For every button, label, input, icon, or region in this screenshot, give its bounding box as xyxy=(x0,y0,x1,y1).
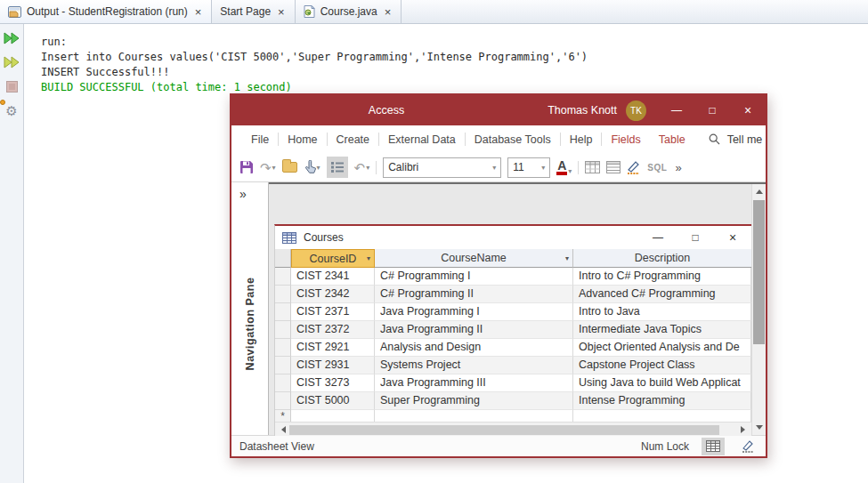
table-row: CIST 2341 C# Programming I Intro to C# P… xyxy=(275,268,751,286)
toolbar-overflow-icon[interactable]: » xyxy=(675,161,681,174)
font-name-select[interactable]: Calibri▾ xyxy=(383,157,501,178)
tell-me-box[interactable]: Tell me xyxy=(709,133,763,146)
select-all-cell[interactable] xyxy=(275,249,291,268)
cell-description[interactable]: Advanced C# Programming xyxy=(573,286,751,303)
close-button[interactable]: × xyxy=(730,95,766,125)
cell-courseid[interactable]: CIST 2931 xyxy=(291,357,375,374)
tab-start-page[interactable]: Start Page × xyxy=(212,0,295,23)
row-selector[interactable] xyxy=(275,357,291,374)
access-title-bar[interactable]: Access Thomas Knott TK — □ × xyxy=(231,95,766,125)
table-row: CIST 2371 Java Programming I Intro to Ja… xyxy=(275,303,751,321)
hscroll-thumb[interactable] xyxy=(289,425,719,435)
cell-courseid[interactable]: CIST 5000 xyxy=(291,392,375,410)
ribbon-tab-database-tools[interactable]: Database Tools xyxy=(466,125,560,153)
design-view-icon[interactable] xyxy=(627,161,641,174)
cell-coursename[interactable]: C# Programming I xyxy=(375,268,573,286)
filter-caret-icon[interactable]: ▾ xyxy=(565,254,569,262)
tab-output[interactable]: Output - StudentRegistration (run) × xyxy=(0,0,212,23)
cell-description[interactable]: Object Oriented Analysis and De xyxy=(573,339,751,357)
settings-icon[interactable]: ⚙ xyxy=(3,101,20,119)
datasheet-grid-icon[interactable] xyxy=(585,161,600,173)
close-button[interactable]: × xyxy=(714,230,751,245)
vertical-scrollbar[interactable] xyxy=(751,184,766,435)
row-selector[interactable] xyxy=(275,268,291,286)
table-row: CIST 2372 Java Programming II Intermedia… xyxy=(275,321,751,339)
close-icon[interactable]: × xyxy=(276,6,287,18)
vscroll-thumb[interactable] xyxy=(753,200,765,344)
ribbon-tab-file[interactable]: File xyxy=(242,125,278,153)
stop-icon[interactable] xyxy=(3,77,20,95)
font-size-select[interactable]: 11▾ xyxy=(507,157,550,178)
cell-coursename[interactable]: Java Programming I xyxy=(375,303,573,321)
cell-description[interactable]: Intro to C# Programming xyxy=(573,268,751,286)
column-header-coursename[interactable]: CourseName ▾ xyxy=(375,249,573,268)
column-header-description[interactable]: Description xyxy=(573,249,751,268)
cell-courseid[interactable]: CIST 2341 xyxy=(291,268,375,286)
table-row: CIST 2342 C# Programming II Advanced C# … xyxy=(275,286,751,303)
datasheet-view-button[interactable] xyxy=(702,438,725,455)
maximize-button[interactable]: □ xyxy=(694,95,730,125)
row-selector[interactable] xyxy=(275,374,291,392)
ribbon-tab-help[interactable]: Help xyxy=(561,125,602,153)
close-icon[interactable]: × xyxy=(383,6,393,18)
row-grid-icon[interactable] xyxy=(606,161,621,173)
ribbon-tab-table[interactable]: Table xyxy=(650,125,694,153)
cell-coursename[interactable]: Systems Project xyxy=(375,357,573,374)
cell-courseid[interactable]: CIST 3273 xyxy=(291,374,375,392)
minimize-button[interactable]: — xyxy=(659,95,694,125)
user-name[interactable]: Thomas Knott xyxy=(548,104,617,117)
ribbon-tab-create[interactable]: Create xyxy=(328,125,379,153)
cell-coursename[interactable]: C# Programming II xyxy=(375,286,573,303)
rerun-icon[interactable] xyxy=(3,29,20,47)
header-row: CourseID ▾ CourseName ▾ Description xyxy=(275,249,751,268)
expand-nav-pane-icon[interactable]: » xyxy=(239,187,247,201)
maximize-button[interactable]: □ xyxy=(677,231,714,244)
avatar[interactable]: TK xyxy=(626,101,646,121)
font-color-icon[interactable]: A▾ xyxy=(556,160,572,175)
num-lock-indicator: Num Lock xyxy=(641,440,689,453)
row-selector[interactable] xyxy=(275,321,291,339)
horizontal-scrollbar[interactable] xyxy=(275,422,751,436)
courses-title-bar[interactable]: Courses — □ × xyxy=(275,226,751,249)
column-header-courseid[interactable]: CourseID ▾ xyxy=(291,249,375,268)
filter-caret-icon[interactable]: ▾ xyxy=(367,254,370,262)
courses-window-title: Courses xyxy=(304,231,344,244)
row-selector[interactable] xyxy=(275,303,291,321)
cell-courseid[interactable]: CIST 2921 xyxy=(291,339,375,357)
cell-courseid[interactable]: CIST 2371 xyxy=(291,303,375,321)
row-selector[interactable] xyxy=(275,339,291,357)
ribbon-tab-home[interactable]: Home xyxy=(279,125,326,153)
sql-view-button[interactable]: SQL xyxy=(647,163,667,173)
open-folder-icon[interactable] xyxy=(282,162,297,173)
new-record-row[interactable]: * xyxy=(275,410,751,422)
cell-coursename[interactable]: Java Programming III xyxy=(375,374,573,392)
cell-coursename[interactable]: Analysis and Design xyxy=(375,339,573,357)
close-icon[interactable]: × xyxy=(193,6,204,18)
design-view-button[interactable] xyxy=(737,438,760,455)
row-selector[interactable] xyxy=(275,286,291,303)
redo-icon[interactable]: ↷▾ xyxy=(260,161,276,174)
touch-mode-icon[interactable]: ▾ xyxy=(304,160,320,174)
rerun-alt-icon[interactable] xyxy=(3,53,20,71)
scroll-up-icon[interactable] xyxy=(756,189,763,194)
property-list-toggle[interactable] xyxy=(327,157,348,178)
cell-description[interactable]: Capstone Project Class xyxy=(573,357,751,374)
scroll-right-icon[interactable] xyxy=(741,426,745,433)
undo-icon[interactable]: ↶▾ xyxy=(354,161,370,174)
ribbon-tab-external-data[interactable]: External Data xyxy=(379,125,465,153)
cell-coursename[interactable]: Super Programming xyxy=(375,392,573,410)
cell-description[interactable]: Intermediate Java Topics xyxy=(573,321,751,339)
row-selector[interactable] xyxy=(275,392,291,410)
scroll-left-icon[interactable] xyxy=(281,426,286,433)
cell-courseid[interactable]: CIST 2342 xyxy=(291,286,375,303)
cell-description[interactable]: Using Java to build Web Applicat xyxy=(573,374,751,392)
cell-courseid[interactable]: CIST 2372 xyxy=(291,321,375,339)
save-icon[interactable] xyxy=(239,160,254,174)
cell-coursename[interactable]: Java Programming II xyxy=(375,321,573,339)
cell-description[interactable]: Intense Programming xyxy=(573,392,751,410)
cell-description[interactable]: Intro to Java xyxy=(573,303,751,321)
scroll-down-icon[interactable] xyxy=(756,425,763,430)
ribbon-tab-fields[interactable]: Fields xyxy=(602,125,649,153)
tab-course-java[interactable]: Course.java × xyxy=(296,0,402,23)
minimize-button[interactable]: — xyxy=(639,231,677,244)
